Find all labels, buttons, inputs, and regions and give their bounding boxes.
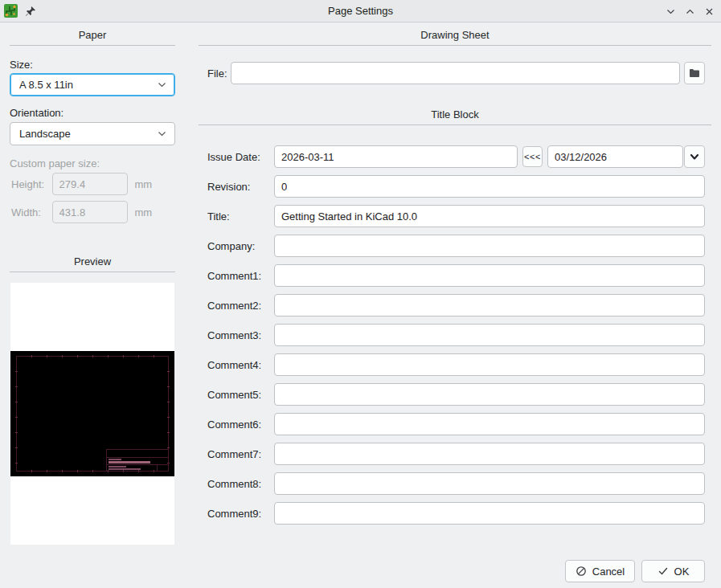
field-label: Comment5: <box>207 389 274 401</box>
field-label: Comment4: <box>207 359 274 371</box>
title-block-divider <box>199 125 711 125</box>
ok-button[interactable]: OK <box>641 560 705 582</box>
drawing-sheet-divider <box>199 45 711 46</box>
width-unit-label: mm <box>134 206 175 218</box>
issue-date-label: Issue Date: <box>207 151 274 163</box>
field-input[interactable] <box>274 264 705 287</box>
title-block-fields: Revision: 0 Title: Getting Started in Ki… <box>199 175 711 532</box>
field-label: Comment8: <box>207 478 274 490</box>
field-input[interactable] <box>274 353 705 376</box>
paper-size-value: A 8.5 x 11in <box>19 79 73 91</box>
size-label: Size: <box>10 59 175 71</box>
title-block-field-row: Comment7: <box>199 443 711 465</box>
orientation-label: Orientation: <box>10 107 175 119</box>
window-title: Page Settings <box>0 5 721 17</box>
title-block-field-row: Comment8: <box>199 472 711 495</box>
field-label: Comment9: <box>207 508 274 520</box>
field-label: Comment6: <box>207 419 274 431</box>
issue-date-input[interactable]: 2026-03-11 <box>274 145 518 168</box>
chevron-down-icon <box>157 129 167 139</box>
field-label: Comment7: <box>207 448 274 460</box>
field-input[interactable] <box>274 502 705 525</box>
folder-icon <box>689 68 700 78</box>
title-block-field-row: Comment3: <box>199 324 711 346</box>
preview-section-header: Preview <box>10 255 175 268</box>
copy-date-button[interactable]: <<< <box>522 146 543 167</box>
browse-file-button[interactable] <box>684 62 705 84</box>
paper-section-header: Paper <box>10 29 175 42</box>
title-block-header: Title Block <box>199 108 711 121</box>
paper-size-select[interactable]: A 8.5 x 11in <box>10 73 175 96</box>
page-settings-dialog: Page Settings Paper Size: A 8.5 x 11in O… <box>0 0 721 588</box>
title-block-field-row: Comment1: <box>199 264 711 287</box>
paper-section-divider <box>10 45 175 46</box>
file-input[interactable] <box>231 62 680 84</box>
field-input[interactable]: Getting Started in KiCad 10.0 <box>274 205 705 227</box>
title-block-field-row: Comment9: <box>199 502 711 525</box>
title-block-field-row: Comment6: <box>199 413 711 435</box>
field-label: Comment2: <box>207 300 274 312</box>
drawing-sheet-panel: Drawing Sheet File: Title Block Issue Da… <box>199 22 711 46</box>
date-picker-dropdown-button[interactable] <box>684 145 705 168</box>
title-block-field-row: Comment4: <box>199 353 711 376</box>
preview-sheet-page <box>10 351 174 476</box>
paper-panel: Paper Size: A 8.5 x 11in Orientation: La… <box>10 22 175 545</box>
orientation-select[interactable]: Landscape <box>10 122 175 145</box>
field-label: Revision: <box>207 181 274 193</box>
shade-window-button[interactable] <box>663 4 678 18</box>
preview-title-block <box>106 449 169 472</box>
field-label: Title: <box>207 210 274 223</box>
field-label: Company: <box>207 240 274 252</box>
field-input[interactable] <box>274 294 705 316</box>
cancel-icon <box>576 566 587 577</box>
titlebar[interactable]: Page Settings <box>0 0 721 22</box>
height-input: 279.4 <box>52 173 129 195</box>
title-block-field-row: Title: Getting Started in KiCad 10.0 <box>199 205 711 227</box>
field-label: Comment3: <box>207 329 274 341</box>
chevron-down-icon <box>157 80 167 90</box>
width-input: 431.8 <box>52 201 129 223</box>
field-input[interactable] <box>274 383 705 406</box>
checkmark-icon <box>658 566 669 577</box>
orientation-value: Landscape <box>19 128 71 140</box>
field-input[interactable] <box>274 235 705 257</box>
field-input[interactable] <box>274 472 705 495</box>
height-label: Height: <box>11 178 52 190</box>
custom-paper-size-label: Custom paper size: <box>10 157 175 169</box>
field-input[interactable] <box>274 324 705 346</box>
title-block-field-row: Company: <box>199 235 711 257</box>
height-unit-label: mm <box>134 178 175 190</box>
file-label: File: <box>207 67 231 80</box>
drawing-sheet-header: Drawing Sheet <box>199 29 711 42</box>
title-block-field-row: Comment2: <box>199 294 711 316</box>
maximize-window-button[interactable] <box>682 4 697 18</box>
field-label: Comment1: <box>207 270 274 282</box>
close-window-button[interactable] <box>702 4 716 18</box>
page-preview <box>10 283 174 545</box>
preview-sheet-frame <box>16 356 169 472</box>
cancel-button[interactable]: Cancel <box>565 560 635 582</box>
width-label: Width: <box>11 206 52 218</box>
bold-chevron-down-icon <box>689 151 700 162</box>
field-input[interactable] <box>274 413 705 435</box>
title-block-field-row: Comment5: <box>199 383 711 406</box>
title-block-field-row: Revision: 0 <box>199 175 711 198</box>
preview-section-divider <box>10 272 175 272</box>
date-picker-input[interactable]: 03/12/2026 <box>547 145 683 168</box>
field-input[interactable] <box>274 443 705 465</box>
field-input[interactable]: 0 <box>274 175 705 198</box>
